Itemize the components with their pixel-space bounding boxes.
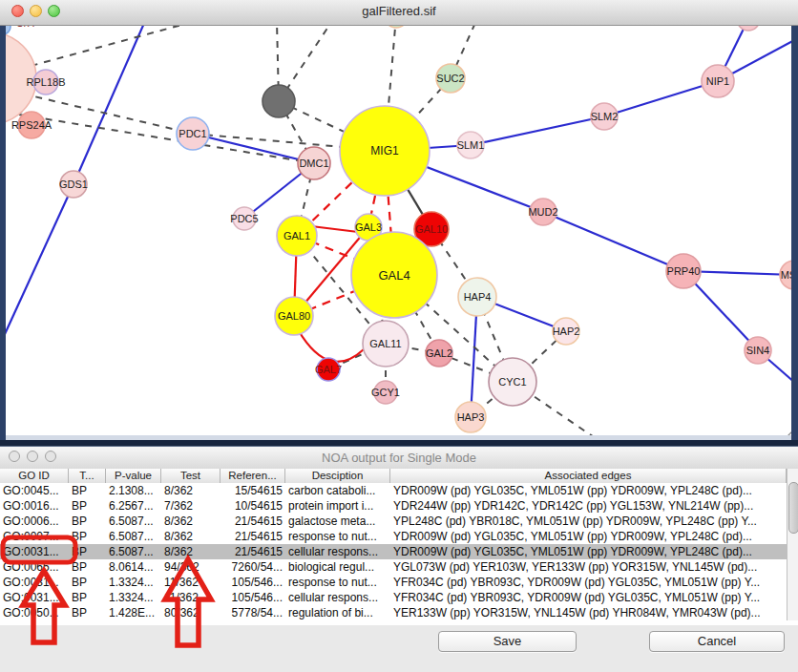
table-cell: galactose meta...	[285, 514, 390, 529]
node-GDS1[interactable]: GDS1	[59, 171, 88, 198]
edge-blue	[543, 212, 683, 271]
table-row[interactable]: GO:0006...BP6.5087...8/36221/54615galact…	[0, 514, 787, 529]
table-cell: regulation of bi...	[285, 605, 390, 620]
node-HAP2[interactable]: HAP2	[553, 318, 580, 345]
edge-blue	[0, 184, 74, 345]
node-SUC2[interactable]: SUC2	[436, 64, 465, 93]
edge-gray	[19, 115, 314, 163]
edge-blue	[74, 25, 145, 184]
node-SIN4[interactable]: SIN4	[745, 337, 771, 364]
noa-window: NOA output for Single Mode GO IDT...P-va…	[0, 446, 798, 672]
node-HAP4[interactable]: HAP4	[458, 278, 496, 316]
table-cell: BP	[69, 605, 106, 620]
column-header-referen[interactable]: Referen...	[220, 469, 285, 483]
table-cell: 11/362	[161, 590, 220, 605]
node-SLM2[interactable]: SLM2	[591, 103, 619, 130]
vertical-scrollbar[interactable]	[787, 469, 798, 620]
window-bottom-edge	[0, 435, 798, 440]
table-cell: 94/362	[161, 559, 220, 575]
table-cell: 21/54615	[220, 529, 285, 544]
network-svg: RPL18BRPS24AGDS1PDC1DMC1MIG1SUC2SLM1SLM2…	[0, 25, 798, 440]
node-GAL11[interactable]: GAL11	[363, 321, 409, 367]
table-cell: GO:0031...	[0, 590, 69, 605]
column-header-t[interactable]: T...	[69, 469, 106, 483]
table-row[interactable]: GO:0031...BP1.3324...11/362105/546...res…	[0, 575, 787, 590]
table-cell: GO:0031...	[0, 575, 69, 590]
table-cell: GO:0050...	[0, 605, 69, 620]
table-row[interactable]: GO:0050...BP1.428E...80/3625778/54...reg…	[0, 605, 787, 620]
noa-window-title: NOA output for Single Mode	[0, 451, 798, 465]
column-header-associatededges[interactable]: Associated edges	[390, 469, 787, 483]
table-cell: GO:0045...	[0, 483, 69, 498]
table-cell: 105/546...	[220, 590, 285, 605]
table-cell: 21/54615	[220, 514, 285, 529]
table-cell: 8/362	[161, 514, 220, 529]
edge-blue	[193, 134, 314, 163]
table-cell: GO:0065...	[0, 559, 69, 575]
table-row[interactable]: GO:0031...BP6.5087...8/36221/54615cellul…	[0, 544, 787, 559]
node-GAL4[interactable]: GAL4	[351, 232, 437, 318]
table-cell: 8/362	[161, 529, 220, 544]
table-cell: GO:0007...	[0, 529, 69, 544]
cancel-button[interactable]: Cancel	[649, 631, 785, 652]
table-cell: YDR244W (pp) YDR142C, YDR142C (pp) YGL15…	[390, 498, 787, 514]
noa-titlebar: NOA output for Single Mode	[0, 447, 798, 470]
table-cell: 5778/54...	[220, 605, 285, 620]
table-cell: YGL073W (pd) YER103W, YER133W (pp) YOR31…	[390, 559, 787, 575]
column-header-goid[interactable]: GO ID	[0, 469, 69, 483]
table-cell: response to nut...	[285, 575, 390, 590]
column-header-desciption[interactable]: Desciption	[285, 469, 390, 483]
window-right-border	[791, 25, 798, 440]
table-cell: 8.0614...	[106, 559, 161, 575]
edge-blue	[471, 116, 604, 145]
node-PRP40[interactable]: PRP40	[666, 254, 701, 288]
table-header: GO IDT...P-valueTestReferen...Desciption…	[0, 469, 787, 484]
table-cell: 21/54615	[220, 544, 285, 559]
node-MUD2[interactable]: MUD2	[528, 199, 557, 225]
node-dark-node[interactable]	[262, 85, 295, 117]
table-cell: GO:0006...	[0, 514, 69, 529]
table-cell: BP	[69, 514, 106, 529]
save-button[interactable]: Save	[438, 631, 577, 652]
node-GAL2[interactable]: GAL2	[426, 340, 452, 367]
node-PDC1[interactable]: PDC1	[177, 117, 209, 150]
node-MIG1[interactable]: MIG1	[340, 106, 430, 196]
scrollbar-thumb[interactable]	[788, 482, 798, 534]
table-cell: 10/54615	[220, 498, 285, 514]
table-cell: YFR034C (pd) YBR093C, YDR009W (pd) YGL03…	[390, 590, 787, 605]
table-cell: YFR034C (pd) YBR093C, YDR009W (pd) YGL03…	[390, 575, 787, 590]
table-row[interactable]: GO:0031...BP1.3324...11/362105/546...cel…	[0, 590, 787, 605]
node-GAL1[interactable]: GAL1	[277, 216, 317, 256]
column-header-pvalue[interactable]: P-value	[106, 469, 161, 483]
table-cell: 1.428E...	[106, 605, 161, 620]
node-GCY1[interactable]: GCY1	[371, 381, 400, 404]
table-cell: carbon cataboli...	[285, 483, 390, 498]
edge-blue	[604, 81, 718, 116]
table-cell: 6.2567...	[106, 498, 161, 514]
table-cell: 7260/54...	[220, 559, 285, 575]
table-cell: YDR009W (pd) YGL035C, YML051W (pp) YDR00…	[390, 544, 787, 559]
network-window: RPL18BRPS24AGDS1PDC1DMC1MIG1SUC2SLM1SLM2…	[0, 0, 798, 440]
node-CYC1[interactable]: CYC1	[489, 358, 536, 406]
table-cell: BP	[69, 483, 106, 498]
node-DMC1[interactable]: DMC1	[298, 147, 330, 179]
table-row[interactable]: GO:0016...BP6.2567...7/36210/54615protei…	[0, 498, 787, 514]
table-cell: 8/362	[161, 544, 220, 559]
table-cell: 105/546...	[220, 575, 285, 590]
window-left-border	[0, 25, 6, 440]
column-header-test[interactable]: Test	[161, 469, 220, 483]
table-cell: 8/362	[161, 483, 220, 498]
node-HAP3[interactable]: HAP3	[455, 402, 486, 432]
node-SLM1[interactable]: SLM1	[457, 132, 485, 158]
network-titlebar: galFiltered.sif	[0, 0, 798, 26]
button-panel: Save Cancel	[0, 625, 798, 672]
table-cell: 6.5087...	[106, 514, 161, 529]
table-row[interactable]: GO:0045...BP2.1308...8/36215/54615carbon…	[0, 483, 787, 498]
table-cell: BP	[69, 559, 106, 575]
table-cell: cellular respons...	[285, 544, 390, 559]
node-GAL80[interactable]: GAL80	[275, 297, 313, 335]
table-row[interactable]: GO:0065...BP8.0614...94/3627260/54...bio…	[0, 559, 787, 575]
table-cell: YPL248C (pd) YBR018C, YML051W (pp) YDR00…	[390, 514, 787, 529]
node-NIP1[interactable]: NIP1	[702, 65, 734, 97]
table-row[interactable]: GO:0007...BP6.5087...8/36221/54615respon…	[0, 529, 787, 544]
